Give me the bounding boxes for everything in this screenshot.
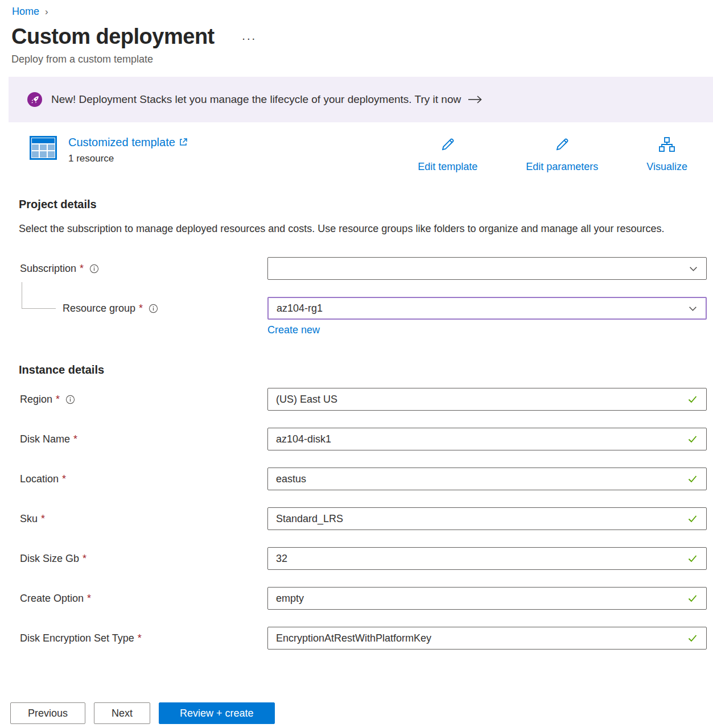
valid-checkmark-icon <box>687 593 698 604</box>
pencil-icon <box>554 136 571 155</box>
resource-group-value: az104-rg1 <box>277 303 323 315</box>
create-option-label-cell: Create Option * <box>20 593 267 605</box>
breadcrumb: Home › <box>12 6 713 18</box>
breadcrumb-home-link[interactable]: Home <box>12 6 39 18</box>
footer-action-bar: Previous Next Review + create <box>0 685 713 728</box>
review-create-button[interactable]: Review + create <box>159 702 275 724</box>
location-input[interactable]: eastus <box>267 468 707 490</box>
disk-size-gb-value: 32 <box>276 553 287 565</box>
create-option-label: Create Option <box>20 593 84 605</box>
page-subtitle: Deploy from a custom template <box>11 53 713 65</box>
create-option-value: empty <box>276 593 304 605</box>
template-info: Customized template 1 resource <box>30 136 187 164</box>
valid-checkmark-icon <box>687 433 698 445</box>
disk-encryption-set-type-label: Disk Encryption Set Type <box>20 632 134 644</box>
next-button[interactable]: Next <box>94 702 150 724</box>
required-asterisk: * <box>83 553 86 565</box>
valid-checkmark-icon <box>687 394 698 405</box>
custom-deployment-page: Home › Custom deployment ··· Deploy from… <box>0 0 713 728</box>
template-name-label: Customized template <box>68 136 175 149</box>
subscription-dropdown[interactable] <box>267 257 707 280</box>
create-option-input[interactable]: empty <box>267 587 707 610</box>
sku-value: Standard_LRS <box>276 513 343 525</box>
hierarchy-icon <box>658 136 675 155</box>
disk-size-gb-field-row: Disk Size Gb * 32 <box>20 547 707 570</box>
create-new-link[interactable]: Create new <box>267 324 320 336</box>
required-asterisk: * <box>41 513 45 525</box>
chevron-right-icon: › <box>45 6 48 18</box>
sku-field-row: Sku * Standard_LRS <box>20 507 707 530</box>
disk-encryption-set-type-field-row: Disk Encryption Set Type * EncryptionAtR… <box>20 627 707 650</box>
title-row: Custom deployment ··· <box>11 24 713 49</box>
required-asterisk: * <box>139 303 143 315</box>
region-label: Region <box>20 394 52 406</box>
sku-label-cell: Sku * <box>20 513 267 525</box>
more-options-icon[interactable]: ··· <box>242 32 257 45</box>
disk-name-label-cell: Disk Name * <box>20 433 267 445</box>
info-icon[interactable] <box>149 304 158 313</box>
required-asterisk: * <box>62 473 66 485</box>
project-details-form: Subscription * Resource group * <box>0 257 713 336</box>
required-asterisk: * <box>138 632 142 644</box>
info-icon[interactable] <box>65 395 75 404</box>
location-label-cell: Location * <box>20 473 267 485</box>
arrow-right-icon <box>468 95 483 104</box>
disk-name-value: az104-disk1 <box>276 433 331 445</box>
create-option-field-row: Create Option * empty <box>20 587 707 610</box>
rocket-icon <box>27 92 42 107</box>
instance-details-heading: Instance details <box>19 363 713 377</box>
required-asterisk: * <box>80 263 84 275</box>
subscription-label-cell: Subscription * <box>20 263 267 275</box>
disk-size-gb-label-cell: Disk Size Gb * <box>20 553 267 565</box>
edit-template-button[interactable]: Edit template <box>418 136 477 173</box>
valid-checkmark-icon <box>687 513 698 524</box>
page-content: Home › Custom deployment ··· Deploy from… <box>0 0 713 685</box>
project-details-heading: Project details <box>19 198 713 211</box>
resource-group-label: Resource group <box>63 303 135 315</box>
region-value: (US) East US <box>276 394 337 406</box>
deployment-stacks-banner[interactable]: New! Deployment Stacks let you manage th… <box>9 77 713 122</box>
banner-text: New! Deployment Stacks let you manage th… <box>51 93 461 106</box>
resource-group-dropdown[interactable]: az104-rg1 <box>267 297 707 320</box>
resource-group-label-cell: Resource group * <box>20 303 267 315</box>
visualize-button[interactable]: Visualize <box>646 136 687 173</box>
disk-encryption-set-type-label-cell: Disk Encryption Set Type * <box>20 632 267 644</box>
disk-size-gb-input[interactable]: 32 <box>267 547 707 570</box>
region-label-cell: Region * <box>20 394 267 406</box>
sku-label: Sku <box>20 513 38 525</box>
info-icon[interactable] <box>89 264 99 274</box>
project-details-description: Select the subscription to manage deploy… <box>19 220 670 238</box>
disk-encryption-set-type-input[interactable]: EncryptionAtRestWithPlatformKey <box>267 627 707 650</box>
template-actions: Edit template Edit parameters <box>418 136 687 173</box>
tree-connector-line <box>22 282 56 309</box>
disk-name-field-row: Disk Name * az104-disk1 <box>20 428 707 450</box>
location-value: eastus <box>276 473 306 485</box>
region-input[interactable]: (US) East US <box>267 388 707 411</box>
visualize-label: Visualize <box>646 161 687 173</box>
template-grid-icon <box>30 136 57 162</box>
location-label: Location <box>20 473 59 485</box>
chevron-down-icon[interactable] <box>688 304 698 313</box>
template-resource-count: 1 resource <box>68 153 187 164</box>
disk-encryption-set-type-value: EncryptionAtRestWithPlatformKey <box>276 632 431 644</box>
external-link-icon <box>179 136 187 149</box>
customized-template-link[interactable]: Customized template <box>68 136 187 149</box>
pencil-icon <box>439 136 456 155</box>
sku-input[interactable]: Standard_LRS <box>267 507 707 530</box>
template-text-block: Customized template 1 resource <box>68 136 187 164</box>
page-title: Custom deployment <box>11 24 215 49</box>
valid-checkmark-icon <box>687 473 698 485</box>
edit-parameters-button[interactable]: Edit parameters <box>526 136 598 173</box>
subscription-label: Subscription <box>20 263 76 275</box>
required-asterisk: * <box>73 433 77 445</box>
template-section: Customized template 1 resource <box>30 136 687 173</box>
chevron-down-icon[interactable] <box>689 264 698 274</box>
previous-button[interactable]: Previous <box>10 702 85 724</box>
subscription-field-row: Subscription * <box>20 257 707 280</box>
disk-name-input[interactable]: az104-disk1 <box>267 428 707 450</box>
location-field-row: Location * eastus <box>20 468 707 490</box>
disk-size-gb-label: Disk Size Gb <box>20 553 79 565</box>
edit-parameters-label: Edit parameters <box>526 161 598 173</box>
valid-checkmark-icon <box>687 553 698 564</box>
edit-template-label: Edit template <box>418 161 477 173</box>
